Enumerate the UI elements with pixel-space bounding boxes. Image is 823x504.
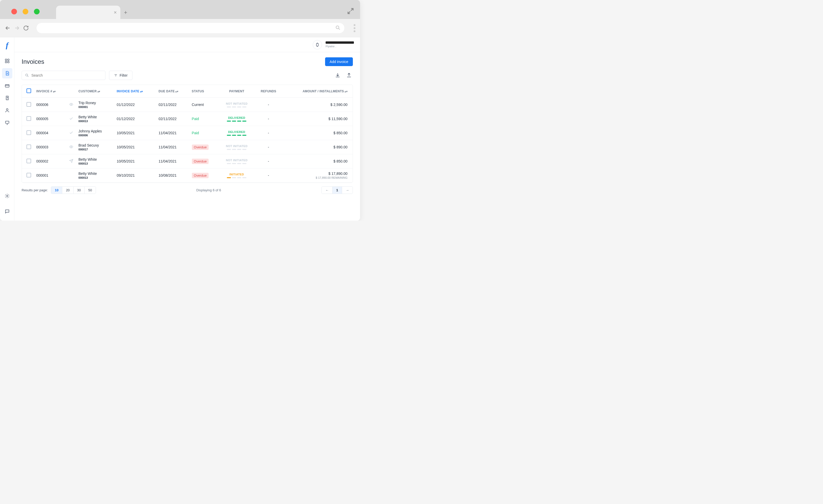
table-row[interactable]: 000002Betty White00001310/05/202111/04/2…: [22, 154, 353, 168]
rpp-option-10[interactable]: 10: [51, 187, 62, 194]
user-menu[interactable]: Flywire .: [326, 41, 354, 48]
browser-tab-strip: × +: [0, 0, 360, 19]
col-payment[interactable]: PAYMENT: [219, 85, 255, 98]
page-title: Invoices: [22, 58, 44, 65]
sidebar-item-dashboard[interactable]: [2, 56, 12, 66]
rpp-option-20[interactable]: 20: [62, 187, 73, 194]
col-invoice[interactable]: INVOICE #▴▾: [34, 85, 66, 98]
back-icon[interactable]: [5, 25, 11, 31]
cell-payment: NOT INITIATED: [219, 98, 255, 112]
svg-rect-9: [316, 43, 318, 46]
cell-invoice-id: 000005: [34, 112, 66, 126]
svg-point-12: [71, 146, 72, 147]
cell-invoice-id: 000004: [34, 126, 66, 140]
fullscreen-icon[interactable]: [347, 7, 354, 15]
sidebar-item-customers[interactable]: [2, 105, 12, 116]
row-checkbox[interactable]: [26, 130, 31, 135]
cell-refunds: -: [255, 112, 282, 126]
user-company: Flywire .: [326, 45, 336, 48]
browser-toolbar: [0, 19, 360, 37]
svg-point-6: [6, 109, 8, 110]
table-row[interactable]: 000001Betty White00001309/10/202110/08/2…: [22, 168, 353, 183]
row-checkbox[interactable]: [26, 173, 31, 177]
col-amount[interactable]: AMOUNT / INSTALLMENTS▴▾: [282, 85, 353, 98]
svg-rect-5: [5, 85, 9, 87]
milestone-icon[interactable]: [313, 40, 322, 49]
rpp-option-50[interactable]: 50: [85, 187, 96, 194]
search-input[interactable]: [31, 73, 102, 77]
row-status-icon: [69, 145, 73, 149]
cell-invoice-id: 000001: [34, 168, 66, 183]
row-checkbox[interactable]: [26, 102, 31, 107]
col-customer[interactable]: CUSTOMER▴▾: [76, 85, 114, 98]
rpp-label: Results per page:: [22, 188, 48, 192]
cell-due-date: 11/04/2021: [156, 126, 189, 140]
sidebar-item-settings[interactable]: [2, 191, 12, 201]
cell-payment: NOT INITIATED: [219, 154, 255, 168]
row-checkbox[interactable]: [26, 116, 31, 121]
sidebar: f: [0, 37, 14, 221]
rpp-option-30[interactable]: 30: [73, 187, 85, 194]
window-zoom-icon[interactable]: [34, 9, 40, 14]
sidebar-item-presentations[interactable]: [2, 118, 12, 128]
col-refunds[interactable]: REFUNDS: [255, 85, 282, 98]
table-row[interactable]: 000006Trip Roney00000101/12/202202/11/20…: [22, 98, 353, 112]
row-status-icon: [69, 159, 73, 163]
window-close-icon[interactable]: [11, 9, 17, 14]
cell-status: Overdue: [189, 140, 219, 154]
upload-icon[interactable]: [345, 71, 353, 79]
tab-close-icon[interactable]: ×: [114, 9, 117, 15]
svg-rect-4: [7, 61, 9, 63]
paginator: ← 1 →: [321, 186, 353, 194]
cell-status: Paid: [189, 112, 219, 126]
page-number[interactable]: 1: [333, 187, 342, 194]
table-header-row: INVOICE #▴▾ CUSTOMER▴▾ INVOICE DATE▴▾ DU…: [22, 85, 353, 98]
table-row[interactable]: 000005Betty White00001301/12/202202/11/2…: [22, 112, 353, 126]
col-status[interactable]: STATUS: [189, 85, 219, 98]
cell-due-date: 10/08/2021: [156, 168, 189, 183]
row-checkbox[interactable]: [26, 145, 31, 149]
cell-invoice-id: 000002: [34, 154, 66, 168]
svg-rect-1: [5, 59, 7, 61]
search-icon: [25, 73, 29, 77]
add-invoice-button[interactable]: Add invoice: [325, 57, 353, 66]
window-minimize-icon[interactable]: [23, 9, 28, 14]
reload-icon[interactable]: [23, 25, 29, 31]
prev-page-button[interactable]: ←: [322, 187, 333, 194]
cell-invoice-date: 10/05/2021: [114, 126, 156, 140]
table-row[interactable]: 000004Johnny Apples00000610/05/202111/04…: [22, 126, 353, 140]
cell-refunds: -: [255, 168, 282, 183]
new-tab-icon[interactable]: +: [124, 9, 127, 16]
app-header: Flywire .: [14, 37, 360, 52]
cell-status: Overdue: [189, 168, 219, 183]
table-row[interactable]: 000003Brad Secuvy00001710/05/202111/04/2…: [22, 140, 353, 154]
svg-rect-7: [5, 121, 9, 123]
next-page-button[interactable]: →: [342, 187, 353, 194]
forward-icon[interactable]: [14, 25, 20, 31]
browser-tab[interactable]: ×: [56, 6, 120, 19]
sidebar-item-payments[interactable]: [2, 80, 12, 91]
displaying-text: Displaying 6 of 6: [196, 188, 221, 192]
cell-status: Overdue: [189, 154, 219, 168]
row-checkbox[interactable]: [26, 159, 31, 163]
cell-payment: INITIATED: [219, 168, 255, 183]
user-name-redacted: [326, 41, 354, 44]
browser-menu-icon[interactable]: [354, 24, 355, 32]
sidebar-item-invoices[interactable]: [2, 68, 12, 78]
sidebar-item-receipts[interactable]: [2, 93, 12, 103]
col-invoice-date[interactable]: INVOICE DATE▴▾: [114, 85, 156, 98]
select-all-checkbox[interactable]: [26, 89, 31, 93]
cell-amount: $ 2,590.00: [282, 98, 353, 112]
col-due-date[interactable]: DUE DATE▴▾: [156, 85, 189, 98]
cell-payment: DELIVERED: [219, 126, 255, 140]
svg-rect-2: [7, 59, 9, 61]
download-icon[interactable]: [334, 71, 342, 79]
search-input-wrapper[interactable]: [22, 71, 106, 80]
address-bar[interactable]: [36, 23, 344, 33]
logo-icon[interactable]: f: [6, 41, 8, 50]
filter-button[interactable]: Filter: [109, 71, 133, 80]
filter-icon: [114, 73, 118, 77]
cell-amount: $ 11,590.00: [282, 112, 353, 126]
sidebar-item-chat[interactable]: [2, 206, 12, 216]
cell-refunds: -: [255, 154, 282, 168]
